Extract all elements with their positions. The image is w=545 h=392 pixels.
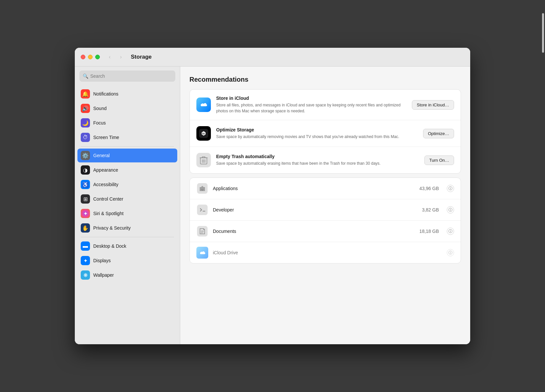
sidebar-label-focus: Focus xyxy=(93,120,106,126)
optimize-title: Optimize Storage xyxy=(216,127,418,132)
developer-info-button[interactable]: ⓘ xyxy=(447,206,454,213)
sidebar-divider-1 xyxy=(81,146,174,147)
sidebar-item-privacy-security[interactable]: ✋ Privacy & Security xyxy=(77,221,177,235)
search-box: 🔍 xyxy=(79,70,175,82)
accessibility-icon: ♿ xyxy=(81,180,90,189)
screen-time-icon: ⏱ xyxy=(81,133,90,142)
trash-desc: Save space by automatically erasing item… xyxy=(216,160,419,166)
sidebar-list: 🔔 Notifications 🔊 Sound 🌙 Focus ⏱ Screen… xyxy=(75,86,180,344)
trash-title: Empty Trash automatically xyxy=(216,154,419,159)
sidebar-item-accessibility[interactable]: ♿ Accessibility xyxy=(77,178,177,191)
control-center-icon: ⊞ xyxy=(81,194,90,204)
desktop-dock-icon: ▬ xyxy=(81,241,90,251)
main-content: Recommendations Store in iCloud Store al… xyxy=(180,67,470,344)
sidebar-label-siri-spotlight: Siri & Spotlight xyxy=(93,211,124,216)
privacy-icon: ✋ xyxy=(81,223,90,233)
optimize-desc: Save space by automatically removing mov… xyxy=(216,134,418,140)
search-container: 🔍 xyxy=(75,67,180,86)
sidebar-item-appearance[interactable]: ◑ Appearance xyxy=(77,163,177,177)
storage-item-documents: Documents 18,18 GB ⓘ xyxy=(190,221,461,242)
storage-items-card: Applications 43,96 GB ⓘ Developer 3,82 xyxy=(189,178,461,264)
applications-info-button[interactable]: ⓘ xyxy=(447,185,454,192)
forward-button[interactable]: › xyxy=(116,52,126,62)
search-icon: 🔍 xyxy=(83,73,88,79)
sidebar-item-screen-time[interactable]: ⏱ Screen Time xyxy=(77,130,177,144)
traffic-lights xyxy=(81,55,100,59)
displays-icon: ✦ xyxy=(81,256,90,265)
trash-icon xyxy=(196,153,211,167)
sidebar-label-privacy-security: Privacy & Security xyxy=(93,225,131,231)
sidebar-label-control-center: Control Center xyxy=(93,196,123,202)
appletv-icon: tv xyxy=(196,126,211,141)
notifications-icon: 🔔 xyxy=(81,89,90,98)
optimize-button[interactable]: Optimize… xyxy=(423,129,454,138)
developer-name: Developer xyxy=(213,207,417,212)
sidebar-item-desktop-dock[interactable]: ▬ Desktop & Dock xyxy=(77,239,177,253)
window-title: Storage xyxy=(131,54,152,60)
sidebar-item-siri-spotlight[interactable]: ✦ Siri & Spotlight xyxy=(77,207,177,220)
icloud-button[interactable]: Store in iCloud… xyxy=(412,100,454,110)
icloud-drive-info-button[interactable]: ⓘ xyxy=(447,249,454,256)
icloud-drive-name: iCloud Drive xyxy=(213,250,434,255)
icloud-text: Store in iCloud Store all files, photos,… xyxy=(216,96,407,114)
sidebar-label-accessibility: Accessibility xyxy=(93,182,118,187)
icloud-title: Store in iCloud xyxy=(216,96,407,101)
back-button[interactable]: ‹ xyxy=(105,52,114,62)
appearance-icon: ◑ xyxy=(81,165,90,175)
sidebar-item-control-center[interactable]: ⊞ Control Center xyxy=(77,192,177,206)
applications-name: Applications xyxy=(213,186,415,191)
svg-text:tv: tv xyxy=(202,132,205,135)
sidebar-item-focus[interactable]: 🌙 Focus xyxy=(77,116,177,130)
siri-icon: ✦ xyxy=(81,209,90,218)
minimize-button[interactable] xyxy=(88,55,93,59)
storage-item-developer: Developer 3,82 GB ⓘ xyxy=(190,199,461,221)
documents-icon xyxy=(196,225,208,237)
general-icon: ⚙️ xyxy=(81,151,90,160)
trash-text: Empty Trash automatically Save space by … xyxy=(216,154,419,166)
content-area: 🔍 🔔 Notifications 🔊 Sound 🌙 F xyxy=(75,67,470,344)
applications-icon xyxy=(196,182,208,194)
trash-button[interactable]: Turn On… xyxy=(424,155,454,165)
recommendations-card: Store in iCloud Store all files, photos,… xyxy=(189,89,461,174)
sidebar-label-screen-time: Screen Time xyxy=(93,135,119,140)
titlebar: ‹ › Storage xyxy=(75,48,470,67)
storage-item-icloud-drive: iCloud Drive ⓘ xyxy=(190,242,461,263)
sidebar-label-sound: Sound xyxy=(93,106,106,111)
sidebar-label-notifications: Notifications xyxy=(93,91,118,97)
wallpaper-icon: ❋ xyxy=(81,270,90,280)
search-input[interactable] xyxy=(90,73,172,79)
optimize-text: Optimize Storage Save space by automatic… xyxy=(216,127,418,140)
sidebar-label-desktop-dock: Desktop & Dock xyxy=(93,243,126,249)
documents-info-button[interactable]: ⓘ xyxy=(447,228,454,235)
sidebar-label-displays: Displays xyxy=(93,258,111,263)
rec-item-trash: Empty Trash automatically Save space by … xyxy=(190,147,461,173)
developer-size: 3,82 GB xyxy=(422,207,439,212)
focus-icon: 🌙 xyxy=(81,118,90,127)
rec-item-icloud: Store in iCloud Store all files, photos,… xyxy=(190,90,461,120)
developer-icon xyxy=(196,204,208,216)
rec-item-optimize: tv Optimize Storage Save space by automa… xyxy=(190,120,461,147)
icloud-icon xyxy=(196,98,211,112)
icloud-drive-icon xyxy=(196,247,208,259)
sidebar-item-wallpaper[interactable]: ❋ Wallpaper xyxy=(77,268,177,282)
settings-window: ‹ › Storage 🔍 🔔 Notifications xyxy=(75,48,470,344)
sidebar-item-general[interactable]: ⚙️ General xyxy=(77,149,177,162)
documents-name: Documents xyxy=(213,229,415,234)
sidebar: 🔍 🔔 Notifications 🔊 Sound 🌙 F xyxy=(75,67,180,344)
close-button[interactable] xyxy=(81,55,85,59)
nav-buttons: ‹ › xyxy=(105,52,126,62)
applications-size: 43,96 GB xyxy=(419,186,439,191)
sound-icon: 🔊 xyxy=(81,104,90,113)
svg-rect-5 xyxy=(197,226,208,237)
sidebar-label-wallpaper: Wallpaper xyxy=(93,272,114,278)
section-title: Recommendations xyxy=(189,76,461,83)
sidebar-label-general: General xyxy=(93,153,110,158)
svg-rect-4 xyxy=(197,205,208,215)
storage-item-applications: Applications 43,96 GB ⓘ xyxy=(190,178,461,199)
sidebar-item-sound[interactable]: 🔊 Sound xyxy=(77,101,177,115)
maximize-button[interactable] xyxy=(95,55,100,59)
icloud-desc: Store all files, photos, and messages in… xyxy=(216,102,407,114)
sidebar-item-notifications[interactable]: 🔔 Notifications xyxy=(77,87,177,101)
sidebar-divider-2 xyxy=(81,237,174,237)
sidebar-item-displays[interactable]: ✦ Displays xyxy=(77,254,177,267)
